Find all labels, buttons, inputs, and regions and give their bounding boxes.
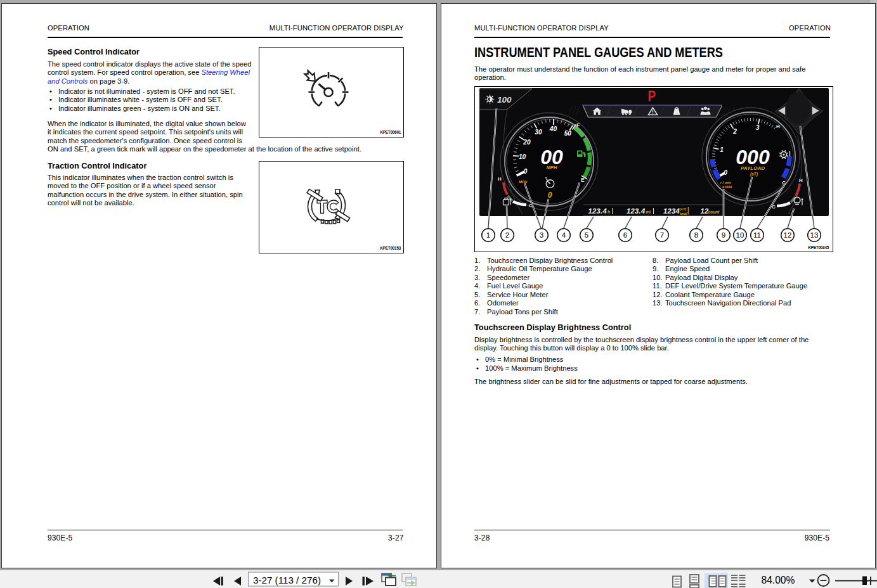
- svg-text:13: 13: [810, 231, 819, 239]
- svg-text:5: 5: [585, 231, 588, 239]
- svg-text:r / min: r / min: [720, 181, 731, 184]
- svg-text:E: E: [581, 177, 585, 183]
- svg-text:1234: 1234: [663, 207, 680, 215]
- svg-text:2: 2: [732, 128, 737, 135]
- svg-text:mi: mi: [646, 210, 651, 214]
- svg-text:MPH: MPH: [547, 165, 557, 170]
- svg-text:30: 30: [535, 129, 542, 136]
- svg-text:10: 10: [736, 231, 744, 239]
- svg-text:1: 1: [720, 146, 724, 153]
- svg-text:123.4: 123.4: [588, 207, 607, 215]
- svg-text:P: P: [648, 88, 656, 105]
- svg-text:100: 100: [497, 95, 512, 105]
- svg-text:1: 1: [486, 231, 490, 239]
- svg-text:total: total: [680, 212, 687, 215]
- svg-text:6: 6: [623, 231, 627, 239]
- svg-text:x1000: x1000: [722, 185, 732, 189]
- svg-text:84.00%: 84.00%: [762, 575, 795, 585]
- svg-text:40: 40: [549, 125, 557, 132]
- svg-text:h: h: [607, 210, 610, 214]
- svg-text:0: 0: [548, 191, 552, 200]
- svg-text:H: H: [799, 177, 803, 183]
- svg-text:count: count: [708, 210, 720, 214]
- svg-text:10: 10: [519, 153, 526, 160]
- svg-text:123.4: 123.4: [627, 207, 646, 215]
- svg-text:12: 12: [784, 231, 792, 239]
- svg-text:(sT): (sT): [680, 207, 686, 211]
- svg-text:0: 0: [724, 169, 727, 176]
- svg-text:(sT): (sT): [750, 172, 758, 177]
- svg-text:MPH: MPH: [519, 180, 528, 184]
- svg-text:H: H: [498, 176, 502, 182]
- svg-text:H: H: [776, 124, 780, 129]
- svg-text:3-27 (113 / 276): 3-27 (113 / 276): [253, 575, 321, 585]
- svg-text:20: 20: [523, 139, 531, 146]
- svg-text:7: 7: [660, 231, 664, 239]
- svg-text:F: F: [576, 122, 580, 129]
- svg-text:0: 0: [524, 168, 528, 175]
- svg-text:11: 11: [753, 231, 761, 239]
- svg-text:4: 4: [562, 231, 566, 239]
- svg-text:PAYLOAD: PAYLOAD: [741, 165, 765, 171]
- svg-text:8: 8: [694, 231, 698, 239]
- svg-text:3: 3: [756, 124, 760, 131]
- svg-text:9: 9: [722, 231, 725, 239]
- svg-text:2: 2: [505, 231, 509, 239]
- svg-text:50: 50: [564, 130, 572, 137]
- svg-text:3: 3: [540, 231, 543, 239]
